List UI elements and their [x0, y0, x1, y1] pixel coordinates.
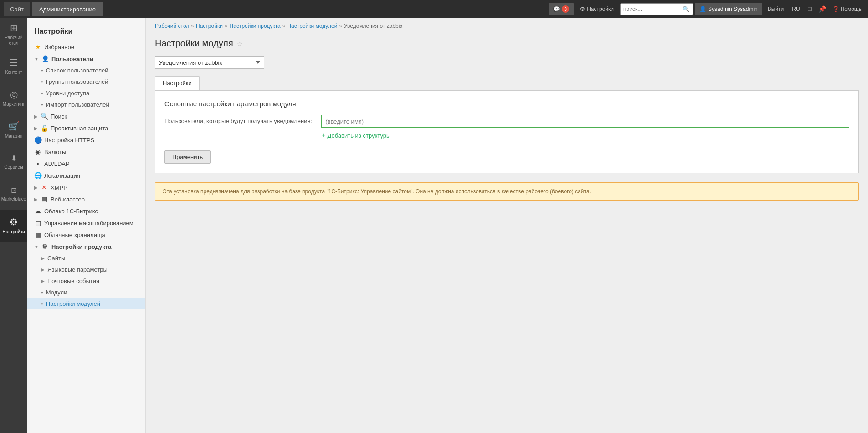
star-icon: ★ — [34, 43, 41, 51]
section-title: Основные настройки параметров модуля — [164, 100, 849, 108]
bullet-icon: ● — [41, 103, 43, 107]
nav-item-lang-params[interactable]: ▶ Языковые параметры — [27, 264, 145, 275]
breadcrumb-product-settings[interactable]: Настройки продукта — [230, 23, 281, 29]
scaling-icon: ▤ — [34, 219, 41, 227]
arrow-right-icon: ▶ — [41, 278, 45, 284]
breadcrumb-desktop[interactable]: Рабочий стол — [155, 23, 189, 29]
webcluster-icon: ▦ — [41, 196, 48, 203]
product-settings-icon: ⚙ — [41, 243, 49, 250]
admin-tab[interactable]: Администрирование — [32, 2, 103, 16]
module-selector: Уведомления от zabbix — [155, 56, 859, 69]
arrow-down-icon: ▼ — [34, 57, 39, 62]
nav-item-product-settings[interactable]: ▼ ⚙ Настройки продукта — [27, 241, 145, 253]
user-group-icon: 👤 — [41, 55, 49, 62]
nav-item-cloud-storage[interactable]: ▦ Облачные хранилища — [27, 229, 145, 241]
chat-icon: 💬 — [553, 6, 560, 12]
sidebar-item-marketing[interactable]: ◎ Маркетинг — [0, 82, 27, 114]
nav-item-https[interactable]: 🔵 Настройка HTTPS — [27, 134, 145, 146]
arrow-right-icon: ▶ — [34, 197, 38, 202]
add-from-structure-button[interactable]: + Добавить из структуры — [321, 131, 849, 139]
sidebar-item-shop[interactable]: 🛒 Магазин — [0, 114, 27, 146]
desktop-icon: ⊞ — [10, 22, 18, 33]
nav-item-favorites[interactable]: ★ Избранное — [27, 41, 145, 53]
nav-item-currencies[interactable]: ◉ Валюты — [27, 146, 145, 158]
help-icon: ❓ — [832, 6, 839, 12]
search-icon: 🔍 — [683, 6, 689, 12]
globe-icon: 🌐 — [34, 172, 41, 179]
nav-item-scaling[interactable]: ▤ Управление масштабированием — [27, 217, 145, 229]
nav-item-mail-events[interactable]: ▶ Почтовые события — [27, 275, 145, 287]
bullet-icon: ● — [41, 302, 43, 306]
gear-small-icon: ⚙ — [580, 6, 585, 12]
nav-item-modules[interactable]: ● Модули — [27, 287, 145, 298]
nav-item-user-list[interactable]: ● Список пользователей — [27, 65, 145, 76]
arrow-right-icon: ▶ — [41, 256, 45, 261]
breadcrumb-sep: » — [339, 23, 342, 29]
bullet-icon: ● — [41, 80, 43, 84]
breadcrumb-settings[interactable]: Настройки — [196, 23, 223, 29]
sidebar-item-content[interactable]: ☰ Контент — [0, 50, 27, 82]
site-button[interactable]: Сайт — [4, 2, 30, 16]
arrow-right-icon: ▶ — [34, 114, 38, 119]
sidebar-item-settings[interactable]: ⚙ Настройки — [0, 210, 27, 242]
settings-icon: ⚙ — [10, 216, 18, 227]
adldap-icon: ▪ — [34, 160, 41, 167]
help-button[interactable]: ❓ Помощь — [830, 3, 864, 15]
nav-item-import-users[interactable]: ● Импорт пользователей — [27, 99, 145, 110]
monitor-icon-button[interactable]: 🖥 — [805, 3, 815, 15]
sidebar-item-desktop[interactable]: ⊞ Рабочий стол — [0, 18, 27, 50]
nav-item-module-settings[interactable]: ● Настройки модулей — [27, 298, 145, 309]
lang-button[interactable]: RU — [789, 3, 802, 15]
breadcrumb-module-settings[interactable]: Настройки модулей — [287, 23, 337, 29]
services-icon: ⬇ — [11, 154, 17, 163]
nav-item-sites[interactable]: ▶ Сайты — [27, 253, 145, 264]
user-button[interactable]: 👤 Sysadmin Sysadmin — [695, 3, 762, 15]
https-icon: 🔵 — [34, 136, 41, 144]
sidebar-item-marketplace[interactable]: ⊡ Marketplace — [0, 178, 27, 210]
arrow-down-icon: ▼ — [34, 244, 39, 249]
nav-item-localization[interactable]: 🌐 Локализация — [27, 170, 145, 181]
content-icon: ☰ — [10, 57, 18, 68]
nav-item-access-levels[interactable]: ● Уровни доступа — [27, 88, 145, 99]
nav-item-xmpp[interactable]: ▶ ✕ XMPP — [27, 181, 145, 193]
nav-item-user-groups[interactable]: ● Группы пользователей — [27, 76, 145, 88]
warning-banner: Эта установка предназначена для разработ… — [155, 182, 859, 201]
icon-sidebar: ⊞ Рабочий стол ☰ Контент ◎ Маркетинг 🛒 М… — [0, 18, 27, 433]
nav-item-proactive[interactable]: ▶ 🔒 Проактивная защита — [27, 122, 145, 134]
sidebar-item-services[interactable]: ⬇ Сервисы — [0, 146, 27, 178]
settings-top-button[interactable]: ⚙ Настройки — [575, 3, 618, 15]
tab-settings[interactable]: Настройки — [155, 76, 200, 90]
search-nav-icon: 🔍 — [41, 113, 48, 120]
module-select[interactable]: Уведомления от zabbix — [155, 56, 264, 69]
pin-icon-button[interactable]: 📌 — [817, 3, 828, 15]
nav-item-adldap[interactable]: ▪ AD/LDAP — [27, 158, 145, 170]
nav-item-search[interactable]: ▶ 🔍 Поиск — [27, 110, 145, 122]
tabs-bar: Настройки — [155, 76, 859, 90]
user-icon: 👤 — [699, 6, 706, 12]
nav-item-cloud[interactable]: ☁ Облако 1С-Битрикс — [27, 205, 145, 217]
nav-sidebar: Настройки ★ Избранное ▼ 👤 Пользователи ●… — [27, 18, 146, 433]
breadcrumb-sep: » — [225, 23, 228, 29]
cloud-storage-icon: ▦ — [34, 231, 41, 238]
content-area: Рабочий стол » Настройки » Настройки про… — [146, 18, 868, 433]
cloud-icon: ☁ — [34, 207, 41, 215]
plus-icon: + — [321, 131, 325, 139]
search-input[interactable] — [623, 6, 683, 12]
search-box: 🔍 — [620, 3, 693, 15]
breadcrumb-sep: » — [282, 23, 286, 29]
favorite-star-icon[interactable]: ☆ — [237, 40, 243, 47]
users-row: Пользователи, которые будут получать уве… — [164, 115, 849, 139]
notifications-button[interactable]: 💬 3 — [549, 3, 574, 15]
nav-sidebar-title: Настройки — [27, 23, 145, 41]
nav-item-users[interactable]: ▼ 👤 Пользователи — [27, 53, 145, 65]
nav-item-webcluster[interactable]: ▶ ▦ Веб-кластер — [27, 193, 145, 205]
apply-button[interactable]: Применить — [164, 150, 211, 164]
logout-button[interactable]: Выйти — [764, 3, 788, 15]
users-label: Пользователи, которые будут получать уве… — [164, 115, 312, 124]
settings-panel: Основные настройки параметров модуля Пол… — [155, 90, 859, 173]
arrow-right-icon: ▶ — [41, 267, 45, 272]
notif-badge: 3 — [562, 5, 569, 13]
user-name-input[interactable] — [321, 115, 849, 128]
marketplace-icon: ⊡ — [11, 186, 17, 195]
bullet-icon: ● — [41, 91, 43, 95]
